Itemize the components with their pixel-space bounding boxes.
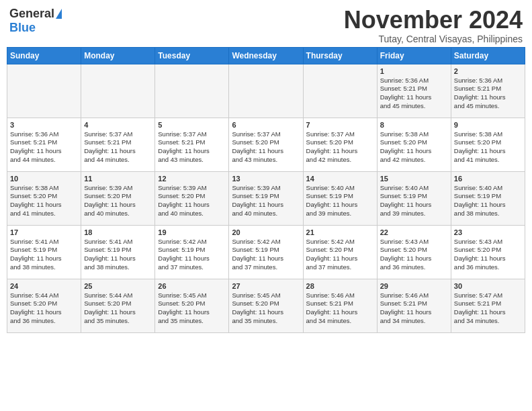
day-info: Sunrise: 5:40 AM Sunset: 5:19 PM Dayligh… bbox=[306, 184, 374, 218]
logo-triangle-icon bbox=[56, 9, 62, 19]
day-info: Sunrise: 5:43 AM Sunset: 5:20 PM Dayligh… bbox=[454, 238, 522, 272]
calendar-day-cell: 13Sunrise: 5:39 AM Sunset: 5:19 PM Dayli… bbox=[229, 171, 303, 225]
calendar-day-cell: 24Sunrise: 5:44 AM Sunset: 5:20 PM Dayli… bbox=[7, 279, 81, 332]
day-number: 30 bbox=[454, 282, 522, 290]
calendar-day-cell: 20Sunrise: 5:42 AM Sunset: 5:19 PM Dayli… bbox=[229, 225, 303, 279]
day-info: Sunrise: 5:38 AM Sunset: 5:20 PM Dayligh… bbox=[10, 184, 78, 218]
day-number: 15 bbox=[380, 175, 448, 183]
day-number: 29 bbox=[380, 282, 448, 290]
weekday-header: Tuesday bbox=[155, 47, 229, 64]
calendar-day-cell: 6Sunrise: 5:37 AM Sunset: 5:20 PM Daylig… bbox=[229, 118, 303, 171]
day-info: Sunrise: 5:37 AM Sunset: 5:21 PM Dayligh… bbox=[158, 130, 226, 165]
day-number: 14 bbox=[306, 175, 374, 183]
day-number: 8 bbox=[380, 121, 448, 129]
day-info: Sunrise: 5:42 AM Sunset: 5:19 PM Dayligh… bbox=[158, 238, 226, 272]
calendar-day-cell: 17Sunrise: 5:41 AM Sunset: 5:19 PM Dayli… bbox=[7, 225, 81, 279]
calendar-day-cell: 9Sunrise: 5:38 AM Sunset: 5:20 PM Daylig… bbox=[451, 118, 525, 171]
empty-day-cell bbox=[155, 64, 229, 118]
logo-general: General bbox=[9, 7, 62, 21]
calendar-day-cell: 14Sunrise: 5:40 AM Sunset: 5:19 PM Dayli… bbox=[303, 171, 377, 225]
day-number: 12 bbox=[158, 175, 226, 183]
day-info: Sunrise: 5:42 AM Sunset: 5:20 PM Dayligh… bbox=[306, 238, 374, 272]
day-number: 23 bbox=[454, 228, 522, 236]
day-number: 28 bbox=[306, 282, 374, 290]
day-number: 9 bbox=[454, 121, 522, 129]
calendar-day-cell: 16Sunrise: 5:40 AM Sunset: 5:19 PM Dayli… bbox=[451, 171, 525, 225]
calendar-day-cell: 30Sunrise: 5:47 AM Sunset: 5:21 PM Dayli… bbox=[451, 279, 525, 332]
calendar-day-cell: 8Sunrise: 5:38 AM Sunset: 5:20 PM Daylig… bbox=[377, 118, 451, 171]
day-number: 1 bbox=[380, 67, 448, 75]
day-number: 7 bbox=[306, 121, 374, 129]
calendar-day-cell: 15Sunrise: 5:40 AM Sunset: 5:19 PM Dayli… bbox=[377, 171, 451, 225]
day-number: 18 bbox=[84, 228, 152, 236]
calendar-day-cell: 10Sunrise: 5:38 AM Sunset: 5:20 PM Dayli… bbox=[7, 171, 81, 225]
calendar-day-cell: 5Sunrise: 5:37 AM Sunset: 5:21 PM Daylig… bbox=[155, 118, 229, 171]
day-number: 17 bbox=[10, 228, 78, 236]
day-info: Sunrise: 5:44 AM Sunset: 5:20 PM Dayligh… bbox=[84, 291, 152, 326]
day-number: 2 bbox=[454, 67, 522, 75]
weekday-header: Thursday bbox=[303, 47, 377, 64]
title-block: November 2024 Tutay, Central Visayas, Ph… bbox=[344, 7, 523, 44]
day-info: Sunrise: 5:39 AM Sunset: 5:19 PM Dayligh… bbox=[232, 184, 300, 218]
calendar-day-cell: 4Sunrise: 5:37 AM Sunset: 5:21 PM Daylig… bbox=[81, 118, 155, 171]
day-number: 16 bbox=[454, 175, 522, 183]
day-info: Sunrise: 5:37 AM Sunset: 5:20 PM Dayligh… bbox=[232, 130, 300, 165]
calendar-day-cell: 12Sunrise: 5:39 AM Sunset: 5:20 PM Dayli… bbox=[155, 171, 229, 225]
month-title: November 2024 bbox=[344, 7, 523, 34]
calendar-day-cell: 28Sunrise: 5:46 AM Sunset: 5:21 PM Dayli… bbox=[303, 279, 377, 332]
calendar-week-row: 10Sunrise: 5:38 AM Sunset: 5:20 PM Dayli… bbox=[7, 171, 525, 225]
day-info: Sunrise: 5:38 AM Sunset: 5:20 PM Dayligh… bbox=[454, 130, 522, 165]
day-info: Sunrise: 5:38 AM Sunset: 5:20 PM Dayligh… bbox=[380, 130, 448, 165]
calendar-table: SundayMondayTuesdayWednesdayThursdayFrid… bbox=[7, 47, 525, 333]
calendar-day-cell: 26Sunrise: 5:45 AM Sunset: 5:20 PM Dayli… bbox=[155, 279, 229, 332]
calendar-day-cell: 18Sunrise: 5:41 AM Sunset: 5:19 PM Dayli… bbox=[81, 225, 155, 279]
empty-day-cell bbox=[303, 64, 377, 118]
calendar-week-row: 1Sunrise: 5:36 AM Sunset: 5:21 PM Daylig… bbox=[7, 64, 525, 118]
day-number: 3 bbox=[10, 121, 78, 129]
day-number: 10 bbox=[10, 175, 78, 183]
calendar-day-cell: 2Sunrise: 5:36 AM Sunset: 5:21 PM Daylig… bbox=[451, 64, 525, 118]
logo-blue: Blue bbox=[9, 21, 36, 35]
calendar-week-row: 3Sunrise: 5:36 AM Sunset: 5:21 PM Daylig… bbox=[7, 118, 525, 171]
day-info: Sunrise: 5:37 AM Sunset: 5:20 PM Dayligh… bbox=[306, 130, 374, 165]
calendar-header-row: SundayMondayTuesdayWednesdayThursdayFrid… bbox=[7, 47, 525, 64]
calendar-day-cell: 23Sunrise: 5:43 AM Sunset: 5:20 PM Dayli… bbox=[451, 225, 525, 279]
empty-day-cell bbox=[81, 64, 155, 118]
location-subtitle: Tutay, Central Visayas, Philippines bbox=[344, 34, 523, 44]
day-info: Sunrise: 5:45 AM Sunset: 5:20 PM Dayligh… bbox=[232, 291, 300, 326]
day-number: 25 bbox=[84, 282, 152, 290]
logo: General Blue bbox=[9, 7, 62, 35]
day-number: 6 bbox=[232, 121, 300, 129]
calendar-day-cell: 7Sunrise: 5:37 AM Sunset: 5:20 PM Daylig… bbox=[303, 118, 377, 171]
day-number: 22 bbox=[380, 228, 448, 236]
weekday-header: Saturday bbox=[451, 47, 525, 64]
calendar-week-row: 17Sunrise: 5:41 AM Sunset: 5:19 PM Dayli… bbox=[7, 225, 525, 279]
day-info: Sunrise: 5:36 AM Sunset: 5:21 PM Dayligh… bbox=[10, 130, 78, 165]
day-number: 11 bbox=[84, 175, 152, 183]
calendar-week-row: 24Sunrise: 5:44 AM Sunset: 5:20 PM Dayli… bbox=[7, 279, 525, 332]
weekday-header: Friday bbox=[377, 47, 451, 64]
day-number: 5 bbox=[158, 121, 226, 129]
calendar-day-cell: 25Sunrise: 5:44 AM Sunset: 5:20 PM Dayli… bbox=[81, 279, 155, 332]
day-info: Sunrise: 5:37 AM Sunset: 5:21 PM Dayligh… bbox=[84, 130, 152, 165]
day-info: Sunrise: 5:39 AM Sunset: 5:20 PM Dayligh… bbox=[84, 184, 152, 218]
day-number: 21 bbox=[306, 228, 374, 236]
day-info: Sunrise: 5:39 AM Sunset: 5:20 PM Dayligh… bbox=[158, 184, 226, 218]
day-number: 19 bbox=[158, 228, 226, 236]
day-number: 27 bbox=[232, 282, 300, 290]
day-info: Sunrise: 5:47 AM Sunset: 5:21 PM Dayligh… bbox=[454, 291, 522, 326]
weekday-header: Sunday bbox=[7, 47, 81, 64]
calendar-day-cell: 11Sunrise: 5:39 AM Sunset: 5:20 PM Dayli… bbox=[81, 171, 155, 225]
weekday-header: Monday bbox=[81, 47, 155, 64]
day-info: Sunrise: 5:36 AM Sunset: 5:21 PM Dayligh… bbox=[454, 77, 522, 111]
calendar-day-cell: 22Sunrise: 5:43 AM Sunset: 5:20 PM Dayli… bbox=[377, 225, 451, 279]
day-number: 26 bbox=[158, 282, 226, 290]
day-info: Sunrise: 5:41 AM Sunset: 5:19 PM Dayligh… bbox=[84, 238, 152, 272]
empty-day-cell bbox=[7, 64, 81, 118]
calendar-day-cell: 1Sunrise: 5:36 AM Sunset: 5:21 PM Daylig… bbox=[377, 64, 451, 118]
day-number: 4 bbox=[84, 121, 152, 129]
day-info: Sunrise: 5:40 AM Sunset: 5:19 PM Dayligh… bbox=[380, 184, 448, 218]
calendar-day-cell: 27Sunrise: 5:45 AM Sunset: 5:20 PM Dayli… bbox=[229, 279, 303, 332]
day-info: Sunrise: 5:46 AM Sunset: 5:21 PM Dayligh… bbox=[380, 291, 448, 326]
day-info: Sunrise: 5:43 AM Sunset: 5:20 PM Dayligh… bbox=[380, 238, 448, 272]
